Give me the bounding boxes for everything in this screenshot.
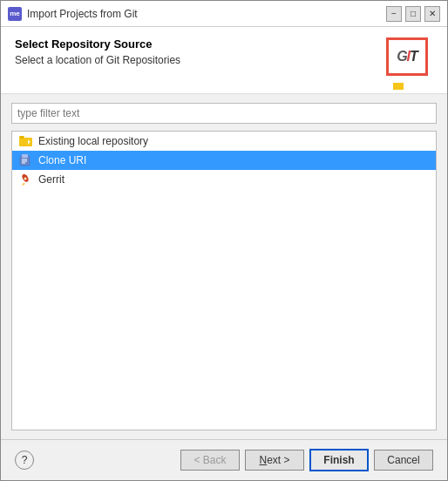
- help-button[interactable]: ?: [15, 451, 34, 470]
- main-area: Existing local repository: [1, 94, 447, 439]
- page-title: Select Repository Source: [15, 37, 386, 51]
- svg-rect-2: [20, 136, 24, 139]
- app-icon: me: [8, 7, 22, 21]
- maximize-button[interactable]: □: [405, 6, 421, 22]
- folder-icon: [19, 134, 33, 148]
- close-button[interactable]: ✕: [424, 6, 440, 22]
- list-item-clone-label: Clone URI: [38, 154, 86, 166]
- header-section: Select Repository Source Select a locati…: [1, 27, 447, 94]
- next-button[interactable]: Next >: [245, 450, 304, 471]
- repository-list: Existing local repository: [11, 131, 437, 430]
- finish-button[interactable]: Finish: [309, 449, 369, 471]
- content-area: Select Repository Source Select a locati…: [1, 27, 447, 439]
- list-item-gerrit-label: Gerrit: [38, 173, 64, 186]
- page-subtitle: Select a location of Git Repositories: [15, 54, 386, 66]
- list-item-clone[interactable]: Clone URI: [12, 151, 436, 170]
- footer: ? < Back Next > Finish Cancel: [1, 439, 447, 480]
- git-logo: GIT: [386, 37, 433, 85]
- window: me Import Projects from Git − □ ✕ Select…: [0, 0, 448, 481]
- list-item-local-label: Existing local repository: [38, 135, 148, 147]
- header-text: Select Repository Source Select a locati…: [15, 37, 386, 66]
- rocket-icon: [19, 173, 33, 186]
- back-button[interactable]: < Back: [180, 450, 240, 471]
- list-item-local[interactable]: Existing local repository: [12, 132, 436, 151]
- window-title: Import Projects from Git: [27, 8, 386, 20]
- svg-rect-5: [22, 154, 28, 158]
- svg-marker-10: [22, 183, 25, 186]
- minimize-button[interactable]: −: [386, 6, 402, 22]
- cancel-button[interactable]: Cancel: [374, 450, 433, 471]
- svg-point-11: [24, 178, 27, 180]
- clone-icon: [19, 153, 33, 167]
- list-item-gerrit[interactable]: Gerrit: [12, 170, 436, 189]
- title-bar: me Import Projects from Git − □ ✕: [1, 1, 447, 27]
- filter-input[interactable]: [11, 103, 437, 124]
- title-bar-controls: − □ ✕: [386, 6, 440, 22]
